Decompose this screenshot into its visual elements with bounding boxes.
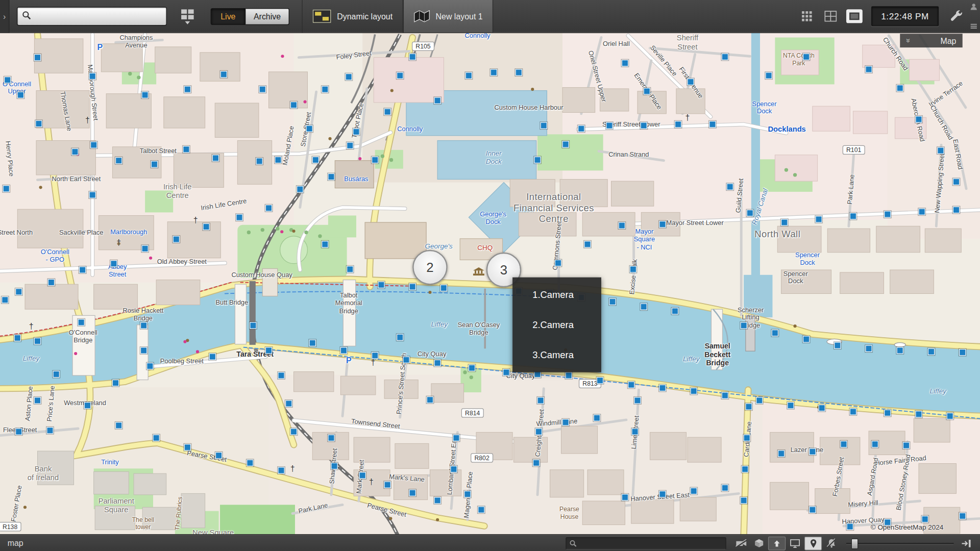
camera-device-marker[interactable] xyxy=(220,71,227,78)
camera-device-marker[interactable] xyxy=(744,435,750,441)
camera-device-marker[interactable] xyxy=(146,363,153,369)
camera-device-marker[interactable] xyxy=(781,219,788,226)
camera-device-marker[interactable] xyxy=(903,442,910,448)
camera-device-marker[interactable] xyxy=(534,157,541,163)
layers-button[interactable] xyxy=(751,537,767,549)
camera-device-marker[interactable] xyxy=(384,481,390,488)
camera-device-marker[interactable] xyxy=(34,338,41,344)
camera-device-marker[interactable] xyxy=(265,347,272,354)
camera-device-marker[interactable] xyxy=(397,334,403,340)
camera-device-marker[interactable] xyxy=(815,216,822,222)
camera-device-marker[interactable] xyxy=(236,214,242,220)
context-menu-item[interactable]: 3.Camera xyxy=(512,340,601,370)
camera-device-marker[interactable] xyxy=(803,336,810,342)
camera-device-marker[interactable] xyxy=(340,347,347,354)
camera-device-marker[interactable] xyxy=(450,466,457,472)
camera-device-marker[interactable] xyxy=(537,397,544,404)
camera-device-marker[interactable] xyxy=(491,69,497,76)
zoom-slider[interactable] xyxy=(846,537,954,549)
camera-device-marker[interactable] xyxy=(722,392,728,398)
camera-device-marker[interactable] xyxy=(672,308,678,314)
camera-device-marker[interactable] xyxy=(372,352,378,359)
camera-device-marker[interactable] xyxy=(690,388,697,394)
camera-device-marker[interactable] xyxy=(918,208,925,215)
grid-view-button[interactable] xyxy=(822,9,839,23)
map-type-dropdown[interactable]: » Map xyxy=(900,34,962,47)
camera-device-marker[interactable] xyxy=(346,73,352,80)
user-icon[interactable] xyxy=(970,3,977,11)
camera-device-marker[interactable] xyxy=(742,466,748,472)
context-menu-item[interactable]: 1.Camera xyxy=(512,280,601,310)
camera-device-marker[interactable] xyxy=(606,122,612,129)
toolbar-search[interactable] xyxy=(17,7,167,26)
camera-device-marker[interactable] xyxy=(78,319,84,325)
camera-device-marker[interactable] xyxy=(328,435,334,441)
search-input[interactable] xyxy=(35,11,162,21)
camera-device-marker[interactable] xyxy=(722,54,728,60)
camera-device-marker[interactable] xyxy=(35,120,42,127)
camera-device-marker[interactable] xyxy=(928,348,935,355)
camera-device-marker[interactable] xyxy=(209,353,216,360)
camera-device-marker[interactable] xyxy=(765,72,772,79)
camera-device-marker[interactable] xyxy=(959,349,966,356)
live-button[interactable]: Live xyxy=(211,8,246,24)
camera-device-marker[interactable] xyxy=(597,377,603,384)
layout-grid-button[interactable] xyxy=(181,9,194,24)
camera-device-marker[interactable] xyxy=(184,86,191,92)
camera-device-marker[interactable] xyxy=(140,347,147,354)
camera-device-marker[interactable] xyxy=(865,345,872,352)
statusbar-search[interactable] xyxy=(566,537,726,549)
camera-device-marker[interactable] xyxy=(173,236,180,242)
camera-device-marker[interactable] xyxy=(640,303,647,310)
camera-device-marker[interactable] xyxy=(359,472,365,479)
camera-device-marker[interactable] xyxy=(110,260,117,267)
camera-device-marker[interactable] xyxy=(566,372,572,379)
thumbnails-view-button[interactable] xyxy=(799,9,815,23)
camera-device-marker[interactable] xyxy=(397,72,403,79)
camera-device-marker[interactable] xyxy=(953,179,960,185)
camera-device-marker[interactable] xyxy=(14,335,21,341)
camera-device-marker[interactable] xyxy=(922,516,928,522)
camera-device-marker[interactable] xyxy=(384,108,390,115)
camera-device-marker[interactable] xyxy=(34,397,41,404)
camera-device-marker[interactable] xyxy=(256,158,262,164)
camera-cluster-marker[interactable]: 2 xyxy=(412,250,448,285)
camera-device-marker[interactable] xyxy=(115,422,122,429)
camera-device-marker[interactable] xyxy=(884,519,891,525)
camera-device-marker[interactable] xyxy=(897,85,903,91)
camera-device-marker[interactable] xyxy=(409,489,415,496)
tab-new-layout-1[interactable]: New layout 1 xyxy=(403,0,494,33)
camera-device-marker[interactable] xyxy=(690,488,697,494)
camera-device-marker[interactable] xyxy=(275,157,281,163)
camera-device-marker[interactable] xyxy=(259,86,266,92)
camera-device-marker[interactable] xyxy=(834,342,841,348)
camera-device-marker[interactable] xyxy=(409,283,415,290)
camera-device-marker[interactable] xyxy=(778,450,785,457)
camera-device-marker[interactable] xyxy=(594,414,600,421)
camera-device-marker[interactable] xyxy=(818,405,825,411)
camera-device-marker[interactable] xyxy=(953,207,960,213)
camera-device-marker[interactable] xyxy=(403,357,409,363)
camera-device-marker[interactable] xyxy=(516,69,522,76)
camera-device-marker[interactable] xyxy=(4,77,11,83)
camera-device-marker[interactable] xyxy=(3,185,10,192)
camera-device-marker[interactable] xyxy=(15,288,22,295)
camera-device-marker[interactable] xyxy=(90,141,97,148)
statusbar-search-input[interactable] xyxy=(580,538,722,548)
camera-device-marker[interactable] xyxy=(322,241,328,247)
camera-device-marker[interactable] xyxy=(787,402,794,409)
camera-device-marker[interactable] xyxy=(847,523,853,530)
camera-device-marker[interactable] xyxy=(478,506,484,513)
camera-device-marker[interactable] xyxy=(535,428,542,435)
camera-device-marker[interactable] xyxy=(850,213,856,219)
camera-device-marker[interactable] xyxy=(809,506,816,513)
camera-device-marker[interactable] xyxy=(309,340,316,346)
camera-device-marker[interactable] xyxy=(278,372,284,379)
map-pin-toggle-button[interactable] xyxy=(804,536,822,550)
camera-device-marker[interactable] xyxy=(353,129,359,135)
camera-device-marker[interactable] xyxy=(584,241,591,247)
camera-device-marker[interactable] xyxy=(89,191,95,198)
camera-device-marker[interactable] xyxy=(555,260,561,266)
camera-device-marker[interactable] xyxy=(562,141,569,147)
camera-device-marker[interactable] xyxy=(34,54,41,61)
